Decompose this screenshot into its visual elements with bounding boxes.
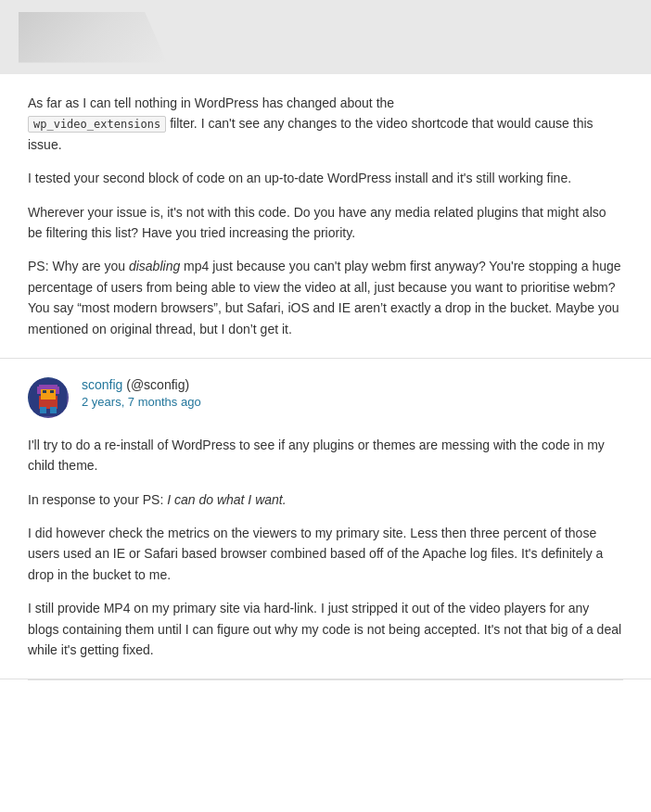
second-comment-para-2-before: In response to your PS: (28, 492, 167, 507)
author-name-text: sconfig (82, 377, 122, 392)
first-comment-para-1-before: As far as I can tell nothing in WordPres… (28, 95, 394, 110)
first-comment-para-4: PS: Why are you disabling mp4 just becau… (28, 256, 623, 339)
svg-rect-6 (37, 387, 41, 394)
second-comment-para-2-italic: I can do what I want. (167, 492, 286, 507)
second-comment-para-4: I still provide MP4 on my primary site v… (28, 598, 623, 660)
svg-rect-7 (56, 387, 59, 394)
second-comment-block: sconfig (@sconfig) 2 years, 7 months ago… (0, 359, 651, 680)
comment-time: 2 years, 7 months ago (82, 395, 201, 409)
banner-shape (19, 12, 167, 63)
comment-header: sconfig (@sconfig) 2 years, 7 months ago (28, 377, 623, 418)
code-wp-video-extensions: wp_video_extensions (28, 116, 166, 133)
second-comment-para-1: I'll try to do a re-install of WordPress… (28, 435, 623, 476)
second-comment-para-2: In response to your PS: I can do what I … (28, 489, 623, 510)
avatar-image (30, 379, 67, 416)
second-comment-body: I'll try to do a re-install of WordPress… (28, 435, 623, 661)
comment-meta: sconfig (@sconfig) 2 years, 7 months ago (82, 377, 201, 409)
first-comment-para-4-italic: disabling (129, 259, 180, 273)
avatar-inner (28, 377, 69, 418)
svg-rect-3 (43, 390, 46, 393)
avatar (28, 377, 69, 418)
svg-rect-8 (40, 407, 46, 413)
author-handle: (@sconfig) (126, 377, 189, 392)
first-comment-para-2: I tested your second block of code on an… (28, 168, 623, 188)
svg-rect-5 (39, 385, 57, 389)
page-container: As far as I can tell nothing in WordPres… (0, 0, 651, 680)
top-banner (0, 0, 651, 74)
svg-rect-9 (50, 407, 57, 413)
first-comment-para-3: Wherever your issue is, it's not with th… (28, 202, 623, 244)
svg-rect-4 (50, 390, 54, 393)
second-comment-para-3: I did however check the metrics on the v… (28, 523, 623, 585)
author-name-link[interactable]: sconfig (82, 377, 126, 392)
bottom-divider (28, 679, 623, 680)
first-comment-para-1: As far as I can tell nothing in WordPres… (28, 93, 623, 155)
author-line: sconfig (@sconfig) (82, 377, 201, 392)
first-comment-para-4-before: PS: Why are you (28, 259, 129, 273)
first-comment-block: As far as I can tell nothing in WordPres… (0, 74, 651, 359)
